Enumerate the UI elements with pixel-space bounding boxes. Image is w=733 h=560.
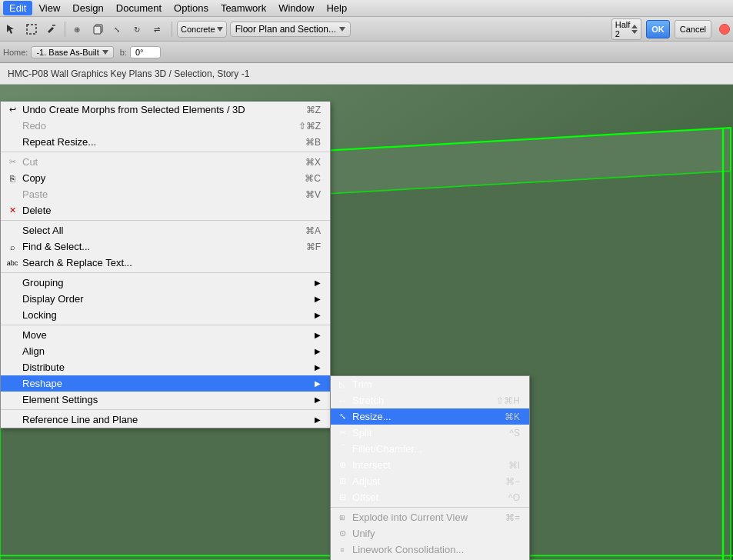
reshape-submenu: ◺ Trim ↔ Stretch ⇧⌘H ⤡ Resize... ⌘K ✂ Sp… — [330, 375, 530, 560]
fillet-label: Fillet/Chamfer... — [352, 443, 422, 455]
intersect-icon: ⊕ — [335, 460, 349, 470]
menubar-document[interactable]: Document — [110, 1, 168, 15]
svg-rect-5 — [94, 26, 101, 34]
paste-shortcut: ⌘V — [290, 189, 321, 200]
menu-locking[interactable]: Locking ▶ — [1, 307, 330, 323]
grouping-label: Grouping — [22, 277, 63, 288]
menu-element-settings[interactable]: Element Settings ▶ — [1, 392, 330, 408]
stretch-label: Stretch — [352, 395, 384, 406]
menubar: Edit View Design Document Options Teamwo… — [0, 0, 733, 17]
menu-search-replace[interactable]: abc Search & Replace Text... — [1, 255, 330, 271]
concrete-dropdown[interactable]: Concrete — [177, 21, 227, 38]
adjust-label: Adjust — [352, 475, 380, 487]
infobar: HMC-P08 Wall Graphics Key Plans 3D / Sel… — [0, 63, 733, 85]
menu-select-all[interactable]: Select All ⌘A — [1, 222, 330, 238]
reference-line-label: Reference Line and Plane — [22, 414, 138, 425]
sub-sep1 — [331, 507, 529, 508]
menubar-edit[interactable]: Edit — [3, 1, 32, 15]
menu-reference-line[interactable]: Reference Line and Plane ▶ — [1, 412, 330, 428]
angle-input[interactable]: 0° — [130, 46, 161, 58]
sep1 — [1, 152, 330, 152]
repeat-resize-label: Repeat Resize... — [22, 136, 96, 148]
menu-cut: ✂ Cut ⌘X — [1, 154, 330, 170]
svg-marker-12 — [631, 30, 638, 34]
delete-label: Delete — [22, 205, 52, 216]
toolbar1: ⊕ ⤡ ↻ ⇌ Concrete Floor Plan and Section.… — [0, 17, 733, 42]
submenu-unify: ⊙ Unify — [331, 525, 529, 542]
copy-icon: ⎘ — [5, 174, 19, 183]
menu-undo[interactable]: ↩ Undo Create Morphs from Selected Eleme… — [1, 102, 330, 118]
fillet-icon: ⌒ — [335, 443, 349, 455]
menu-copy[interactable]: ⎘ Copy ⌘C — [1, 170, 330, 186]
story-dropdown[interactable]: -1. Base As-Built — [31, 46, 113, 58]
window-close-btn[interactable] — [719, 24, 730, 35]
move-btn[interactable]: ⊕ — [70, 21, 87, 38]
svg-text:⇌: ⇌ — [154, 25, 160, 34]
submenu-adjust[interactable]: ⊞ Adjust ⌘− — [331, 473, 529, 489]
menu-align[interactable]: Align ▶ — [1, 343, 330, 359]
menu-find-select[interactable]: ⌕ Find & Select... ⌘F — [1, 238, 330, 255]
menu-paste: Paste ⌘V — [1, 186, 330, 202]
menu-grouping[interactable]: Grouping ▶ — [1, 275, 330, 291]
trim-label: Trim — [352, 378, 372, 390]
resize-shortcut: ⌘K — [489, 412, 520, 422]
submenu-offset[interactable]: ⊟ Offset ^O — [331, 489, 529, 505]
split-icon: ✂ — [335, 428, 349, 438]
submenu-resize[interactable]: ⤡ Resize... ⌘K — [331, 408, 529, 425]
svg-marker-13 — [102, 50, 108, 55]
rotate-btn[interactable]: ↻ — [130, 21, 147, 38]
menu-redo: Redo ⇧⌘Z — [1, 118, 330, 134]
menubar-options[interactable]: Options — [168, 1, 215, 15]
half-stepper[interactable]: Half2 — [611, 18, 642, 40]
resize-icon: ⤡ — [335, 412, 349, 422]
menu-repeat-resize[interactable]: Repeat Resize... ⌘B — [1, 134, 330, 150]
edit-tool-btn[interactable] — [43, 21, 60, 38]
linework-label: Linework Consolidation... — [352, 544, 464, 555]
reference-line-arrow: ▶ — [299, 415, 321, 424]
cut-icon: ✂ — [5, 157, 19, 167]
select-tool-btn[interactable] — [23, 21, 40, 38]
menubar-help[interactable]: Help — [320, 1, 353, 15]
svg-text:⤡: ⤡ — [114, 25, 120, 34]
arrow-tool-btn[interactable] — [3, 21, 20, 38]
sep2 — [1, 220, 330, 221]
resize-icon-btn[interactable]: ⤡ — [110, 21, 127, 38]
angle-value: 0° — [135, 48, 144, 57]
linework-icon: ≡ — [335, 546, 349, 554]
redo-shortcut: ⇧⌘Z — [283, 121, 321, 132]
display-order-label: Display Order — [22, 293, 83, 305]
menubar-window[interactable]: Window — [272, 1, 320, 15]
menu-display-order[interactable]: Display Order ▶ — [1, 291, 330, 307]
menubar-view[interactable]: View — [32, 1, 66, 15]
stretch-icon: ↔ — [335, 396, 349, 405]
home-label: Home: — [3, 48, 28, 57]
mirror-btn[interactable]: ⇌ — [150, 21, 167, 38]
half-value: Half2 — [615, 20, 631, 38]
submenu-split[interactable]: ✂ Split ^S — [331, 425, 529, 441]
cancel-button[interactable]: Cancel — [675, 20, 711, 38]
submenu-fillet[interactable]: ⌒ Fillet/Chamfer... — [331, 441, 529, 457]
menubar-design[interactable]: Design — [66, 1, 109, 15]
paste-label: Paste — [22, 188, 48, 200]
select-all-shortcut: ⌘A — [290, 225, 321, 236]
move-label: Move — [22, 329, 47, 341]
split-label: Split — [352, 427, 371, 438]
submenu-stretch[interactable]: ↔ Stretch ⇧⌘H — [331, 392, 529, 408]
menu-move[interactable]: Move ▶ — [1, 327, 330, 343]
menubar-teamwork[interactable]: Teamwork — [215, 1, 272, 15]
menu-reshape[interactable]: Reshape ▶ ◺ Trim ↔ Stretch ⇧⌘H ⤡ Resize.… — [1, 375, 330, 392]
copy-btn2[interactable] — [90, 21, 107, 38]
menu-distribute[interactable]: Distribute ▶ — [1, 359, 330, 375]
find-select-icon: ⌕ — [5, 242, 19, 252]
align-arrow: ▶ — [299, 347, 321, 355]
ok-button[interactable]: OK — [646, 20, 670, 38]
unify-label: Unify — [352, 528, 375, 539]
redo-label: Redo — [22, 120, 46, 132]
menu-delete[interactable]: ✕ Delete — [1, 202, 330, 218]
submenu-trim[interactable]: ◺ Trim — [331, 376, 529, 392]
element-settings-label: Element Settings — [22, 394, 98, 405]
explode-label: Explode into Current View — [352, 512, 468, 523]
floor-plan-dropdown[interactable]: Floor Plan and Section... — [230, 22, 351, 37]
reshape-label: Reshape — [22, 378, 62, 389]
submenu-intersect[interactable]: ⊕ Intersect ⌘I — [331, 457, 529, 473]
